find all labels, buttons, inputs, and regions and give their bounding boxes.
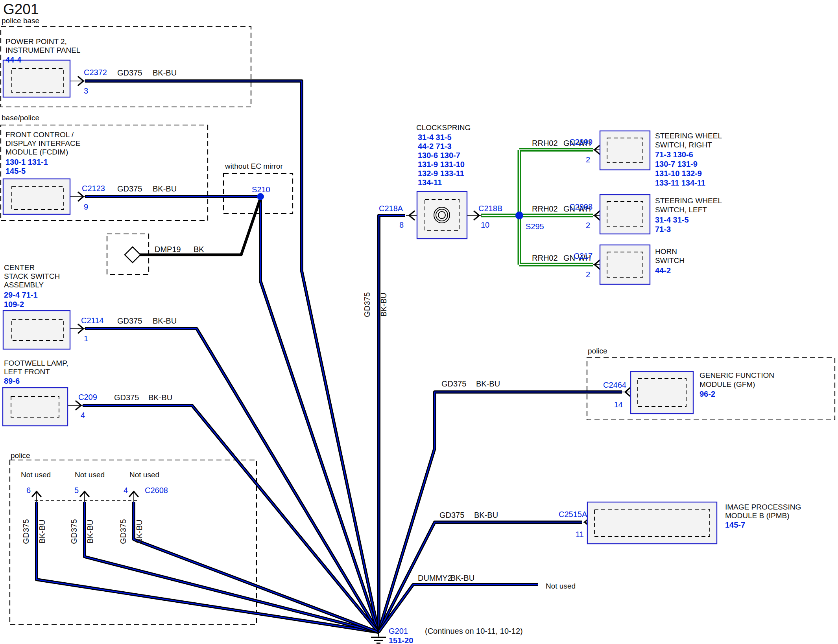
clockspring-ref-3: 130-6 130-7 xyxy=(418,151,460,160)
connector-c2123: C2123 xyxy=(82,184,105,193)
splice-label-s210: S210 xyxy=(252,185,270,194)
pin-c209: 4 xyxy=(81,411,85,420)
not-used-label-2: Not used xyxy=(75,471,105,479)
group-label-police-right: police xyxy=(588,347,607,355)
group-box-police-left xyxy=(10,460,257,625)
connector-c2114: C2114 xyxy=(81,316,103,325)
splice-s210 xyxy=(257,193,264,200)
connector-c2999: C2999 xyxy=(569,138,593,146)
gfm-name-2: MODULE (GFM) xyxy=(700,380,755,388)
wire-color-c2608-6: BK-BU xyxy=(38,519,46,543)
dummy2-not-used: Not used xyxy=(546,582,576,590)
wire-color-dmp19: BK xyxy=(194,245,204,254)
circuit-c2608-6: GD375 xyxy=(22,519,30,544)
circuit-c2372: GD375 xyxy=(117,68,142,77)
ground-label: G201 xyxy=(389,627,408,635)
dmp19-diamond-terminal xyxy=(125,247,140,263)
connector-c2515a: C2515A xyxy=(559,510,587,519)
circuit-c2464: GD375 xyxy=(441,379,466,388)
wire-color-c2608-5: BK-BU xyxy=(86,519,94,543)
pin-c2464: 14 xyxy=(614,400,623,409)
connector-c218b: C218B xyxy=(478,204,502,213)
footwell-ref: 89-6 xyxy=(4,377,20,385)
wire-color-c2608-4: BK-BU xyxy=(135,519,144,543)
pin-c2608-5: 5 xyxy=(74,486,79,495)
circuit-c217: RRH02 xyxy=(532,254,558,262)
footwell-name-2: LEFT FRONT xyxy=(4,368,50,376)
pin-c2999: 2 xyxy=(586,155,590,164)
sw-left-ref-1: 31-4 31-5 xyxy=(655,215,689,224)
clockspring-ref-6: 134-11 xyxy=(418,178,442,187)
component-box-footwell xyxy=(3,388,68,426)
wire-dummy2 xyxy=(378,585,538,632)
circuit-c2515a: GD375 xyxy=(439,511,464,519)
wire-color-c2123: BK-BU xyxy=(153,184,177,193)
horn-ref: 44-2 xyxy=(655,266,671,275)
wiring-diagram-svg: G201 police base base/police without EC … xyxy=(0,0,838,644)
wire-c2608-pin5 xyxy=(85,502,378,632)
ipmb-name-1: IMAGE PROCESSING xyxy=(725,503,801,511)
pin-c2608-6: 6 xyxy=(26,486,31,495)
footwell-name-1: FOOTWELL LAMP, xyxy=(4,359,68,367)
pin-c217: 2 xyxy=(586,270,590,279)
pin-c2608-4: 4 xyxy=(124,486,128,495)
horn-name-2: SWITCH xyxy=(655,256,685,265)
connector-c209: C209 xyxy=(78,393,97,401)
splice-label-s295: S295 xyxy=(526,222,544,231)
circuit-c2998: RRH02 xyxy=(532,204,558,213)
sw-right-ref-2: 130-7 131-9 xyxy=(655,160,698,168)
pin-c2123: 9 xyxy=(84,202,88,211)
fcdim-ref-2: 145-5 xyxy=(6,167,26,175)
group-label-base-police: base/police xyxy=(2,114,39,122)
connector-c217: C217 xyxy=(574,252,593,260)
fcdim-name-2: DISPLAY INTERFACE xyxy=(6,139,80,147)
ground-continues-note: (Continues on 10-11, 10-12) xyxy=(425,627,523,635)
fcdim-ref-1: 130-1 131-1 xyxy=(6,158,48,166)
circuit-c2123: GD375 xyxy=(117,184,142,193)
wire-s210-to-ground xyxy=(260,199,378,632)
clockspring-ref-2: 44-2 71-3 xyxy=(418,142,452,151)
clockspring-ref-1: 31-4 31-5 xyxy=(418,133,452,142)
wire-color-c2114: BK-BU xyxy=(153,316,177,325)
wire-c218a-trunk xyxy=(379,215,405,632)
component-box-power-point xyxy=(3,60,70,97)
gfm-name-1: GENERIC FUNCTION xyxy=(700,371,774,379)
pin-c2515a: 11 xyxy=(576,530,584,539)
wire-color-trunk: BK-BU xyxy=(379,293,388,316)
center-stack-ref-1: 29-4 71-1 xyxy=(4,291,38,299)
power-point-ref: 44-4 xyxy=(6,55,22,64)
horn-name-1: HORN xyxy=(655,247,677,256)
pin-c2114: 1 xyxy=(84,334,88,343)
component-box-horn xyxy=(600,245,650,284)
connector-c218a: C218A xyxy=(379,204,403,213)
center-stack-name-1: CENTER xyxy=(4,263,35,272)
center-stack-name-2: STACK SWITCH xyxy=(4,272,60,280)
wire-c2515a-gd375 xyxy=(378,522,582,632)
not-used-label-1: Not used xyxy=(21,471,51,479)
component-box-fcdim xyxy=(3,179,70,214)
clockspring-name: CLOCKSPRING xyxy=(416,123,471,132)
power-point-name-2: INSTRUMENT PANEL xyxy=(6,46,80,54)
pin-c2998: 2 xyxy=(586,221,590,230)
group-label-police-base: police base xyxy=(2,17,39,25)
sw-right-name-2: SWITCH, RIGHT xyxy=(655,141,712,149)
connector-c2464: C2464 xyxy=(603,381,626,389)
connector-c2372: C2372 xyxy=(84,68,107,77)
circuit-c2114: GD375 xyxy=(117,316,142,325)
wire-color-c2464: BK-BU xyxy=(476,379,500,388)
component-box-center-stack xyxy=(3,311,70,349)
group-label-without-ec-mirror: without EC mirror xyxy=(225,162,283,170)
circuit-c2608-5: GD375 xyxy=(70,519,78,544)
ground-ref: 151-20 xyxy=(389,636,413,644)
circuit-c2999: RRH02 xyxy=(532,139,558,147)
wire-color-c2372: BK-BU xyxy=(153,68,177,77)
connector-c2998: C2998 xyxy=(569,202,593,211)
wiring-diagram-page: G201 police base base/police without EC … xyxy=(0,0,838,644)
clockspring-ref-4: 131-9 131-10 xyxy=(418,160,465,169)
center-stack-ref-2: 109-2 xyxy=(4,300,24,309)
sw-right-name-1: STEERING WHEEL xyxy=(655,132,722,140)
clockspring-ref-5: 132-9 133-11 xyxy=(418,169,464,178)
sw-left-ref-2: 71-3 xyxy=(655,225,671,234)
sw-right-ref-4: 133-11 134-11 xyxy=(655,178,705,187)
fcdim-name-3: MODULE (FCDIM) xyxy=(6,148,68,156)
